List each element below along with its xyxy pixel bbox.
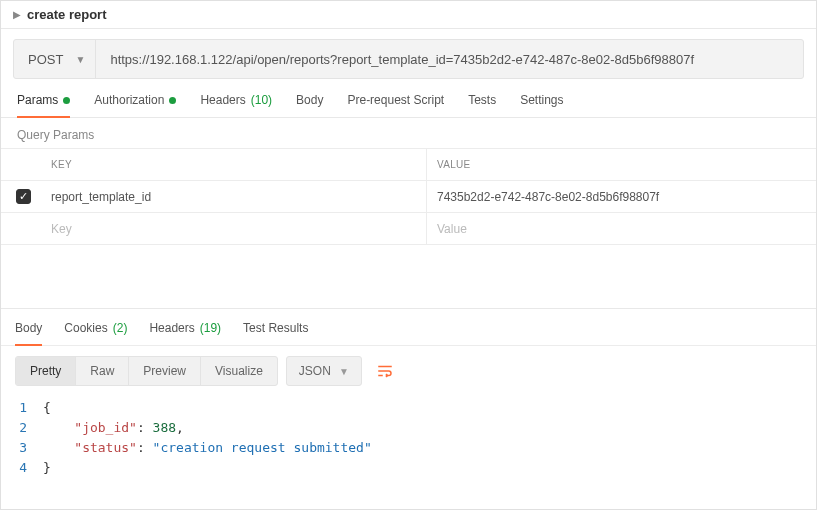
line-content: { bbox=[43, 398, 51, 418]
tab-headers-label: Headers bbox=[200, 93, 245, 107]
response-tabs: Body Cookies (2) Headers (19) Test Resul… bbox=[1, 309, 816, 346]
table-row-empty: Key Value bbox=[1, 213, 816, 245]
table-header-key: Key bbox=[45, 149, 427, 180]
cookies-count: (2) bbox=[113, 321, 128, 335]
tab-prerequest[interactable]: Pre-request Script bbox=[347, 93, 444, 117]
resp-tab-cookies[interactable]: Cookies (2) bbox=[64, 321, 127, 345]
line-number: 3 bbox=[15, 438, 43, 458]
code-line: 1{ bbox=[15, 398, 802, 418]
request-tabs: Params Authorization Headers (10) Body P… bbox=[1, 79, 816, 118]
resp-tab-test-results[interactable]: Test Results bbox=[243, 321, 308, 345]
view-mode-segment: Pretty Raw Preview Visualize bbox=[15, 356, 278, 386]
row-value-input[interactable]: Value bbox=[427, 213, 816, 244]
row-value-input[interactable]: 7435b2d2-e742-487c-8e02-8d5b6f98807f bbox=[427, 181, 816, 212]
request-bar: POST ▼ https://192.168.1.122/api/open/re… bbox=[13, 39, 804, 79]
resp-headers-count: (19) bbox=[200, 321, 221, 335]
request-title: create report bbox=[27, 7, 106, 22]
view-raw-button[interactable]: Raw bbox=[75, 357, 128, 385]
format-label: JSON bbox=[299, 364, 331, 378]
row-checkbox-cell: ✓ bbox=[1, 189, 45, 204]
tab-headers[interactable]: Headers (10) bbox=[200, 93, 272, 117]
spacer bbox=[1, 245, 816, 309]
line-content: "status": "creation request submitted" bbox=[43, 438, 372, 458]
row-key-input[interactable]: Key bbox=[45, 213, 427, 244]
tab-auth-label: Authorization bbox=[94, 93, 164, 107]
tab-headers-count: (10) bbox=[251, 93, 272, 107]
url-input[interactable]: https://192.168.1.122/api/open/reports?r… bbox=[96, 52, 803, 67]
tab-settings[interactable]: Settings bbox=[520, 93, 563, 117]
request-bar-row: POST ▼ https://192.168.1.122/api/open/re… bbox=[1, 29, 816, 79]
line-number: 2 bbox=[15, 418, 43, 438]
code-line: 2 "job_id": 388, bbox=[15, 418, 802, 438]
line-content: } bbox=[43, 458, 51, 478]
wrap-lines-button[interactable] bbox=[370, 356, 400, 386]
table-header-value: Value bbox=[427, 149, 816, 180]
status-dot-icon bbox=[169, 97, 176, 104]
tab-params-label: Params bbox=[17, 93, 58, 107]
response-body-viewer[interactable]: 1{2 "job_id": 388,3 "status": "creation … bbox=[1, 396, 816, 492]
table-header-row: Key Value bbox=[1, 149, 816, 181]
tab-tests[interactable]: Tests bbox=[468, 93, 496, 117]
resp-tab-headers[interactable]: Headers (19) bbox=[149, 321, 221, 345]
wrap-icon bbox=[376, 362, 394, 380]
line-number: 1 bbox=[15, 398, 43, 418]
chevron-down-icon: ▼ bbox=[76, 54, 86, 65]
resp-tab-body[interactable]: Body bbox=[15, 321, 42, 345]
tab-params[interactable]: Params bbox=[17, 93, 70, 117]
line-content: "job_id": 388, bbox=[43, 418, 184, 438]
view-preview-button[interactable]: Preview bbox=[128, 357, 200, 385]
code-line: 3 "status": "creation request submitted" bbox=[15, 438, 802, 458]
request-header[interactable]: ▶ create report bbox=[1, 1, 816, 29]
query-params-table: Key Value ✓ report_template_id 7435b2d2-… bbox=[1, 148, 816, 245]
view-visualize-button[interactable]: Visualize bbox=[200, 357, 277, 385]
row-checkbox[interactable]: ✓ bbox=[16, 189, 31, 204]
view-pretty-button[interactable]: Pretty bbox=[16, 357, 75, 385]
query-params-label: Query Params bbox=[1, 118, 816, 148]
method-label: POST bbox=[28, 52, 63, 67]
collapse-caret-icon: ▶ bbox=[13, 9, 21, 20]
format-select[interactable]: JSON ▼ bbox=[286, 356, 362, 386]
chevron-down-icon: ▼ bbox=[339, 366, 349, 377]
table-row: ✓ report_template_id 7435b2d2-e742-487c-… bbox=[1, 181, 816, 213]
tab-authorization[interactable]: Authorization bbox=[94, 93, 176, 117]
line-number: 4 bbox=[15, 458, 43, 478]
response-toolbar: Pretty Raw Preview Visualize JSON ▼ bbox=[1, 346, 816, 396]
status-dot-icon bbox=[63, 97, 70, 104]
tab-body[interactable]: Body bbox=[296, 93, 323, 117]
row-key-input[interactable]: report_template_id bbox=[45, 181, 427, 212]
method-select[interactable]: POST ▼ bbox=[14, 40, 96, 78]
code-line: 4} bbox=[15, 458, 802, 478]
